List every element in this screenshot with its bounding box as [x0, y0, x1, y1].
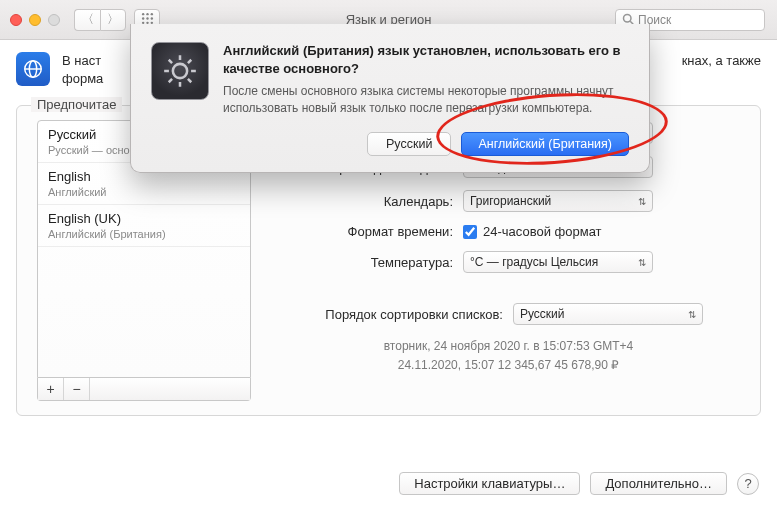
sort-order-label: Порядок сортировки списков: — [277, 307, 513, 322]
back-button[interactable]: 〈 — [74, 9, 100, 31]
group-legend: Предпочитае — [31, 97, 122, 112]
svg-point-14 — [173, 64, 187, 78]
bottom-buttons: Настройки клавиатуры… Дополнительно… ? — [399, 472, 759, 495]
sort-order-select[interactable]: Русский ⇅ — [513, 303, 703, 325]
sheet-secondary-button[interactable]: Русский — [367, 132, 451, 156]
list-item[interactable]: English (UK) Английский (Британия) — [38, 205, 250, 247]
minimize-window-button[interactable] — [29, 14, 41, 26]
sheet-headline: Английский (Британия) язык установлен, и… — [223, 42, 629, 77]
primary-language-sheet: Английский (Британия) язык установлен, и… — [130, 24, 650, 173]
svg-point-0 — [141, 12, 143, 14]
updown-icon: ⇅ — [638, 196, 646, 207]
updown-icon: ⇅ — [638, 257, 646, 268]
chevron-right-icon: 〉 — [107, 11, 119, 28]
temperature-select[interactable]: °C — градусы Цельсия ⇅ — [463, 251, 653, 273]
remove-language-button[interactable]: − — [64, 378, 90, 400]
format-preview: вторник, 24 ноября 2020 г. в 15:07:53 GM… — [277, 337, 740, 375]
help-button[interactable]: ? — [737, 473, 759, 495]
add-language-button[interactable]: + — [38, 378, 64, 400]
system-preferences-icon — [151, 42, 209, 100]
updown-icon: ⇅ — [688, 309, 696, 320]
language-region-icon — [16, 52, 50, 86]
svg-point-9 — [624, 14, 632, 22]
svg-point-1 — [146, 12, 148, 14]
sheet-description: После смены основного языка системы неко… — [223, 83, 629, 118]
time-format-checkbox[interactable]: 24-часовой формат — [463, 224, 602, 239]
svg-point-3 — [141, 17, 143, 19]
close-window-button[interactable] — [10, 14, 22, 26]
sheet-primary-button[interactable]: Английский (Британия) — [461, 132, 629, 156]
svg-point-5 — [150, 17, 152, 19]
svg-point-2 — [150, 12, 152, 14]
forward-button[interactable]: 〉 — [100, 9, 126, 31]
window-controls — [10, 14, 60, 26]
calendar-select[interactable]: Григорианский ⇅ — [463, 190, 653, 212]
time-format-checkbox-input[interactable] — [463, 225, 477, 239]
advanced-button[interactable]: Дополнительно… — [590, 472, 727, 495]
nav-back-forward: 〈 〉 — [74, 9, 126, 31]
calendar-label: Календарь: — [277, 194, 463, 209]
time-format-label: Формат времени: — [277, 224, 463, 239]
temperature-label: Температура: — [277, 255, 463, 270]
svg-point-4 — [146, 17, 148, 19]
keyboard-settings-button[interactable]: Настройки клавиатуры… — [399, 472, 580, 495]
zoom-window-button[interactable] — [48, 14, 60, 26]
language-list-footer: + − — [37, 378, 251, 401]
chevron-left-icon: 〈 — [82, 11, 94, 28]
